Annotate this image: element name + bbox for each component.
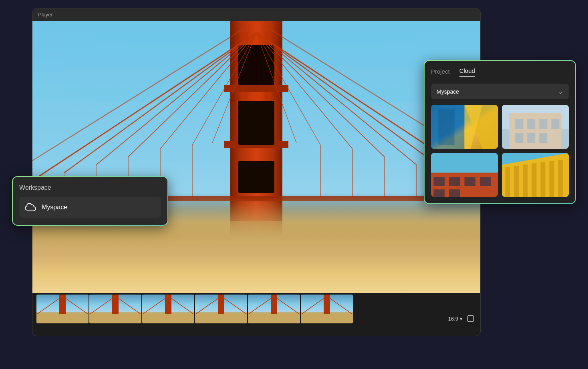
svg-rect-73 [552,119,560,129]
svg-rect-60 [301,314,353,323]
svg-rect-44 [89,314,141,323]
thumbnail-item[interactable] [142,295,194,323]
svg-rect-87 [505,167,510,197]
svg-line-47 [168,296,194,315]
svg-rect-88 [514,166,519,197]
scene-container: Player [0,0,588,369]
dropdown-chevron-icon: ⌄ [558,88,563,95]
svg-rect-52 [195,314,247,323]
fullscreen-button[interactable] [467,315,474,322]
svg-rect-89 [523,164,528,197]
svg-rect-82 [480,177,491,186]
cloud-icon [25,202,36,213]
svg-rect-70 [516,119,524,129]
workspace-popup: Workspace Myspace [13,177,167,225]
thumb-cables-svg-3 [142,295,194,323]
thumbnail-item[interactable] [36,295,89,323]
aspect-ratio-button[interactable]: 16:9 ▾ [448,316,463,322]
media-thumb-svg-3 [431,153,498,197]
svg-rect-74 [516,133,524,143]
aspect-ratio-chevron: ▾ [460,316,463,322]
thumbnail-item[interactable] [195,295,247,323]
thumbnail-strip[interactable] [32,293,480,325]
media-thumb-4[interactable] [502,153,569,197]
cloud-panel: Project Cloud Myspace ⌄ [425,61,575,203]
thumbnail-item[interactable] [89,295,141,323]
svg-rect-69 [509,113,562,149]
aspect-ratio-control: 16:9 ▾ [448,315,474,322]
svg-rect-79 [434,177,445,186]
svg-line-54 [248,296,274,315]
thumb-bridge-1 [36,295,89,323]
svg-rect-48 [142,314,194,323]
svg-rect-91 [541,162,546,197]
cloud-svg [25,203,36,212]
svg-line-50 [195,296,221,315]
svg-rect-72 [540,119,548,129]
svg-rect-93 [558,160,563,197]
workspace-popup-wrapper: Workspace Myspace [12,176,168,226]
tab-project[interactable]: Project [431,68,450,77]
cloud-panel-wrapper: Project Cloud Myspace ⌄ [424,60,576,204]
svg-rect-80 [449,177,460,186]
svg-line-43 [115,296,141,315]
thumb-cables-svg-5 [248,295,300,323]
workspace-label: Workspace [19,184,161,191]
svg-rect-56 [248,314,300,323]
svg-rect-83 [434,189,445,197]
media-grid [431,105,569,197]
workspace-item-name: Myspace [42,204,67,211]
player-title: Player [38,12,53,18]
svg-line-51 [221,296,247,315]
thumb-bridge-6 [301,295,353,323]
thumbnail-item[interactable] [248,295,300,323]
player-titlebar: Player [32,8,480,21]
media-thumb-2[interactable] [502,105,569,149]
workspace-item-myspace[interactable]: Myspace [19,197,161,218]
thumb-bridge-4 [195,295,247,323]
svg-line-38 [36,296,62,315]
cloud-dropdown[interactable]: Myspace ⌄ [431,84,569,99]
thumb-cables-svg-6 [301,295,353,323]
svg-rect-76 [540,133,548,143]
cloud-panel-tabs: Project Cloud [431,67,569,77]
svg-rect-84 [449,189,460,197]
svg-rect-6 [238,101,274,145]
svg-line-55 [274,296,300,315]
svg-rect-40 [36,314,89,323]
player-video-area [32,21,480,293]
thumb-cables-svg-1 [36,295,89,323]
svg-rect-92 [550,161,554,197]
svg-rect-90 [532,163,537,197]
aspect-ratio-value: 16:9 [448,316,458,322]
thumb-bridge-3 [142,295,194,323]
svg-rect-75 [528,133,536,143]
svg-rect-7 [238,161,274,193]
svg-line-58 [301,296,327,315]
media-thumb-svg-1 [431,105,498,149]
svg-line-59 [327,296,353,315]
thumb-bridge-2 [89,295,141,323]
svg-line-46 [142,296,168,315]
bridge-scene [32,21,480,293]
svg-rect-64 [439,109,455,145]
thumbnail-strip-wrapper: 16:9 ▾ [32,293,480,325]
thumb-cables-svg-2 [89,295,141,323]
svg-rect-71 [528,119,536,129]
player-window: Player [32,8,481,336]
thumbnail-item[interactable] [301,295,353,323]
dropdown-value: Myspace [437,88,459,95]
svg-line-39 [62,296,89,315]
thumb-cables-svg-4 [195,295,247,323]
media-thumb-3[interactable] [431,153,498,197]
svg-line-42 [89,296,115,315]
thumb-bridge-5 [248,295,300,323]
tab-cloud[interactable]: Cloud [459,67,475,77]
media-thumb-svg-4 [502,153,569,197]
media-thumb-svg-2 [502,105,569,149]
svg-rect-81 [465,177,476,186]
media-thumb-1[interactable] [431,105,498,149]
